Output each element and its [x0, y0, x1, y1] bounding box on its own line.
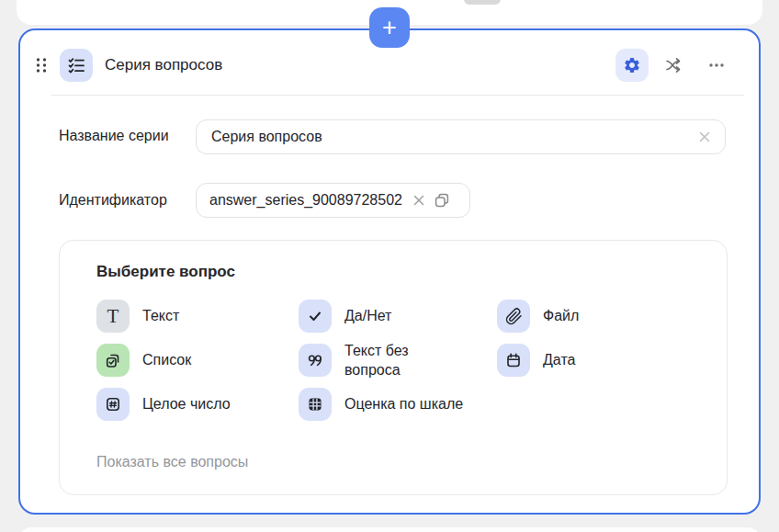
identifier-value: answer_series_90089728502	[209, 192, 410, 209]
form-area: Название серии Идентификатор answer_seri…	[59, 119, 726, 218]
identifier-row: Идентификатор answer_series_90089728502	[59, 183, 726, 218]
shuffle-button[interactable]	[658, 49, 691, 82]
question-type-grid: T Текст Да/Нет Файл	[96, 300, 690, 421]
identifier-label: Идентификатор	[59, 190, 196, 210]
drag-handle-icon[interactable]	[33, 55, 50, 75]
option-integer[interactable]: Целое число	[96, 388, 299, 421]
quote-icon	[299, 344, 332, 377]
option-date[interactable]: Дата	[497, 344, 690, 377]
add-question-button[interactable]: +	[369, 7, 410, 48]
clear-identifier-icon[interactable]	[412, 193, 426, 208]
question-picker-card: Выберите вопрос T Текст Да/Нет	[59, 240, 728, 495]
plus-icon: +	[382, 16, 397, 40]
copy-identifier-button[interactable]	[434, 192, 450, 209]
series-name-input[interactable]	[211, 129, 697, 145]
identifier-chip: answer_series_90089728502	[196, 183, 470, 218]
option-text[interactable]: T Текст	[96, 300, 299, 333]
option-text-no-question[interactable]: Текст без вопроса	[299, 341, 497, 379]
collapsed-add-stub	[464, 0, 501, 5]
series-name-label: Название серии	[59, 119, 196, 146]
text-icon: T	[96, 300, 130, 333]
card-title: Серия вопросов	[105, 56, 222, 74]
shuffle-icon	[664, 55, 684, 75]
series-name-field	[196, 119, 726, 154]
clear-name-icon[interactable]	[697, 130, 712, 144]
picker-title: Выберите вопрос	[96, 263, 690, 281]
grid-icon	[299, 388, 332, 421]
option-yes-no[interactable]: Да/Нет	[299, 300, 497, 333]
settings-button[interactable]	[615, 49, 649, 82]
ellipsis-icon	[707, 56, 726, 74]
checklist-icon	[60, 49, 93, 82]
gear-icon	[623, 56, 641, 74]
card-header: Серия вопросов	[33, 49, 733, 82]
calendar-icon	[497, 344, 530, 377]
option-file[interactable]: Файл	[497, 300, 690, 333]
question-series-card: Серия вопросов Название серии	[18, 28, 761, 515]
show-all-questions-link[interactable]: Показать все вопросы	[96, 454, 248, 470]
more-button[interactable]	[700, 49, 733, 82]
series-name-row: Название серии	[59, 119, 726, 154]
paperclip-icon	[497, 300, 530, 333]
option-scale[interactable]: Оценка по шкале	[299, 388, 497, 421]
option-list[interactable]: Список	[96, 344, 299, 377]
list-check-icon	[96, 344, 130, 377]
check-icon	[299, 300, 332, 333]
next-card-fragment	[18, 527, 761, 532]
number-icon	[96, 388, 130, 421]
copy-icon	[434, 192, 450, 209]
header-divider	[51, 95, 744, 96]
